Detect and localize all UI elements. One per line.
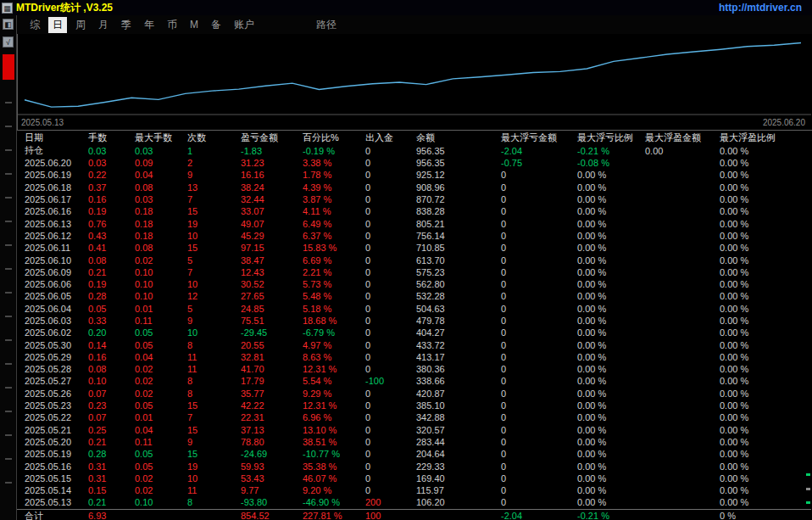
menu-item-backup[interactable]: 备 xyxy=(207,17,225,33)
cell-max-float-loss-pct: 0.00 % xyxy=(577,254,645,266)
table-row[interactable]: 2025.06.040.050.01524.855.18 %0504.6300.… xyxy=(17,303,811,315)
cell-max-float-profit xyxy=(645,460,720,472)
table-row[interactable]: 2025.05.280.080.021141.7012.31 %0380.360… xyxy=(17,363,811,375)
col-header-percent[interactable]: 百分比% xyxy=(303,131,365,144)
sidebar-tick xyxy=(5,126,12,127)
table-row[interactable]: 2025.06.100.080.02538.476.69 %0613.7000.… xyxy=(17,254,811,266)
table-row[interactable]: 2025.06.090.210.10712.432.21 %0575.2300.… xyxy=(17,266,811,278)
table-row[interactable]: 2025.06.050.280.101227.655.48 %0532.2800… xyxy=(17,290,811,302)
cell-lots: 0.08 xyxy=(88,363,135,375)
col-header-max-float-loss-pct[interactable]: 最大浮亏比例 xyxy=(577,131,645,144)
table-row[interactable]: 2025.06.110.410.081597.1515.83 %0710.850… xyxy=(17,242,811,254)
menu-item-m[interactable]: M xyxy=(186,18,203,31)
col-header-max-float-profit-pct[interactable]: 最大浮盈比例 xyxy=(720,131,811,144)
menu-item-year[interactable]: 年 xyxy=(140,17,159,33)
cell-profit-loss: -24.69 xyxy=(241,448,303,460)
col-header-max-lots[interactable]: 最大手数 xyxy=(135,131,187,144)
table-row[interactable]: 2025.05.160.310.051959.9335.38 %0229.330… xyxy=(17,460,811,472)
table-row[interactable]: 2025.05.260.070.02835.779.29 %0420.8700.… xyxy=(17,388,811,400)
cell-max-lots: 0.04 xyxy=(135,351,187,363)
cell-lots: 0.03 xyxy=(88,144,135,157)
menu-item-path[interactable]: 路径 xyxy=(312,17,341,33)
cell-deposit-withdraw: 0 xyxy=(365,472,416,484)
col-header-max-float-loss[interactable]: 最大浮亏金额 xyxy=(501,131,577,144)
cell-percent: -6.79 % xyxy=(303,327,365,338)
total-row[interactable]: 合计6.93854.52227.81 %100-2.04-0.21 %0 % xyxy=(17,509,811,520)
col-header-profit-loss[interactable]: 盈亏金额 xyxy=(241,131,303,144)
table-row[interactable]: 2025.06.190.220.04916.161.78 %0925.1200.… xyxy=(17,169,811,181)
table-row[interactable]: 2025.06.200.030.09231.233.38 %0956.35-0.… xyxy=(17,157,811,169)
table-row[interactable]: 2025.06.120.430.181045.296.37 %0756.1400… xyxy=(17,230,811,242)
cell-percent: -10.77 % xyxy=(303,448,365,460)
right-edge-tick xyxy=(806,501,810,504)
col-header-date[interactable]: 日期 xyxy=(17,131,88,144)
cell-profit-loss: 22.31 xyxy=(241,411,303,423)
cell-deposit-withdraw: 0 xyxy=(365,315,416,327)
cell-max-float-loss: 0 xyxy=(501,327,577,338)
table-row[interactable]: 2025.06.160.190.181533.074.11 %0838.2800… xyxy=(17,205,811,217)
menu-item-account[interactable]: 账户 xyxy=(230,17,259,33)
table-row[interactable]: 2025.05.220.070.01722.316.96 %0342.8800.… xyxy=(17,411,811,423)
cell-deposit-withdraw: 0 xyxy=(365,460,416,472)
cell-percent: 6.69 % xyxy=(303,254,365,266)
cell-deposit-withdraw: 0 xyxy=(365,169,416,181)
table-row[interactable]: 2025.06.180.370.081338.244.39 %0908.9600… xyxy=(17,182,811,193)
cell-max-float-loss-pct: 0.00 % xyxy=(577,496,645,509)
cell-count xyxy=(187,509,241,520)
cell-max-float-profit xyxy=(645,338,720,350)
col-header-count[interactable]: 次数 xyxy=(187,131,241,144)
cell-max-lots: 0.05 xyxy=(135,338,187,350)
table-row[interactable]: 2025.05.290.160.041132.818.63 %0413.1700… xyxy=(17,351,811,363)
table-row[interactable]: 2025.06.060.190.101030.525.73 %0562.8000… xyxy=(17,278,811,290)
col-header-balance[interactable]: 余额 xyxy=(416,131,501,144)
table-row[interactable]: 2025.05.210.250.041537.1313.10 %0320.570… xyxy=(17,424,811,436)
col-header-max-float-profit[interactable]: 最大浮盈金额 xyxy=(645,131,720,144)
cell-max-lots: 0.05 xyxy=(135,460,187,472)
cell-count: 19 xyxy=(187,217,241,229)
menu-item-currency[interactable]: 币 xyxy=(163,17,181,33)
table-row[interactable]: 2025.05.150.310.021053.4346.07 %0169.400… xyxy=(17,472,811,484)
col-header-lots[interactable]: 手数 xyxy=(88,131,135,144)
table-row[interactable]: 2025.05.200.210.11978.8038.51 %0283.4400… xyxy=(17,436,811,448)
table-row[interactable]: 2025.05.270.100.02817.795.54 %-100338.66… xyxy=(17,375,811,387)
cell-max-lots: 0.02 xyxy=(135,375,187,387)
table-row[interactable]: 2025.05.230.230.051542.2212.31 %0385.100… xyxy=(17,400,811,411)
record-marker-red[interactable] xyxy=(3,54,14,80)
cell-max-float-loss-pct: 0.00 % xyxy=(577,193,645,205)
table-row[interactable]: 2025.05.140.150.02119.779.20 %0115.9700.… xyxy=(17,484,811,496)
cell-date: 2025.05.26 xyxy=(17,388,88,400)
cell-lots: 0.25 xyxy=(88,424,135,436)
menu-item-month[interactable]: 月 xyxy=(94,17,113,33)
cell-percent: 4.11 % xyxy=(303,205,365,217)
cell-balance: 413.17 xyxy=(416,351,501,363)
table-row[interactable]: 2025.06.020.200.0510-29.45-6.79 %0404.27… xyxy=(17,327,811,338)
table-row[interactable]: 2025.05.300.140.05820.554.97 %0433.7200.… xyxy=(17,338,811,350)
menu-item-day[interactable]: 日 xyxy=(48,17,67,33)
menu-item-quarter[interactable]: 季 xyxy=(117,17,136,33)
check-icon[interactable]: √ xyxy=(3,36,14,48)
table-row[interactable]: 2025.05.190.280.0515-24.69-10.77 %0204.6… xyxy=(17,448,811,460)
table-row[interactable]: 2025.06.030.330.11975.5118.68 %0479.7800… xyxy=(17,315,811,327)
cell-max-float-profit xyxy=(645,375,720,387)
cell-max-float-profit-pct: 0 % xyxy=(720,509,811,520)
table-row[interactable]: 持仓0.030.031-1.83-0.19 %0956.35-2.04-0.21… xyxy=(17,144,811,157)
cell-max-float-profit-pct: 0.00 % xyxy=(720,144,811,157)
cell-date: 2025.06.10 xyxy=(17,254,88,266)
cell-max-float-loss: 0 xyxy=(501,400,577,411)
table-row[interactable]: 2025.06.130.760.181949.076.49 %0805.2100… xyxy=(17,217,811,229)
cell-deposit-withdraw: 0 xyxy=(365,254,416,266)
menu-item-week[interactable]: 周 xyxy=(71,17,90,33)
panel-toggle-icon[interactable]: ◧ xyxy=(3,19,14,30)
table-row[interactable]: 2025.05.130.210.108-93.80-46.90 %200106.… xyxy=(17,496,811,509)
col-header-deposit-withdraw[interactable]: 出入金 xyxy=(365,131,416,144)
cell-count: 13 xyxy=(187,182,241,193)
menu-item-summary[interactable]: 综 xyxy=(25,17,44,33)
cell-max-float-loss-pct: 0.00 % xyxy=(577,436,645,448)
cell-max-lots: 0.02 xyxy=(135,484,187,496)
website-link[interactable]: http://mtdriver.cn xyxy=(719,2,802,14)
cell-deposit-withdraw: 0 xyxy=(365,157,416,169)
cell-max-lots: 0.10 xyxy=(135,278,187,290)
cell-max-float-profit xyxy=(645,278,720,290)
cell-max-float-loss-pct: 0.00 % xyxy=(577,315,645,327)
table-row[interactable]: 2025.06.170.160.03732.443.87 %0870.7200.… xyxy=(17,193,811,205)
